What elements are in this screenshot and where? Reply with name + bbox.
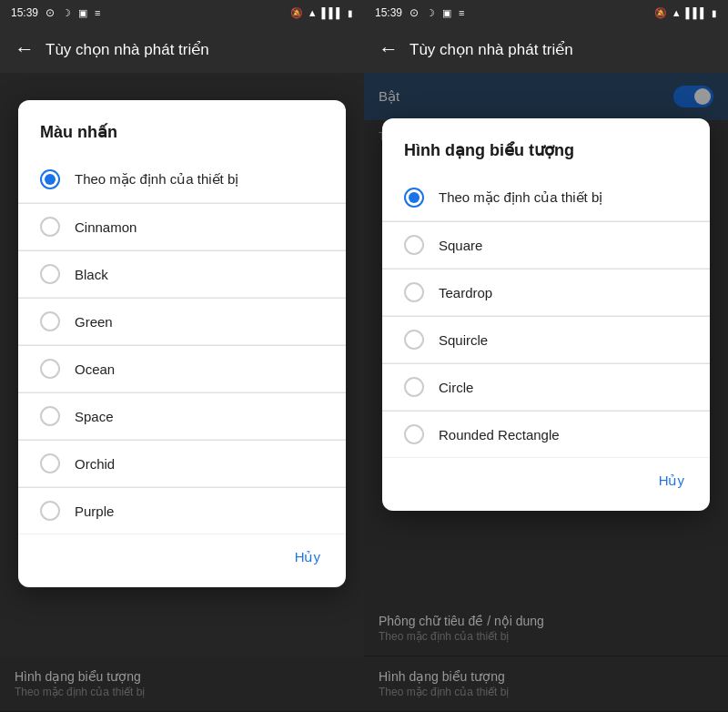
- label-default-right: Theo mặc định của thiết bị: [439, 189, 602, 206]
- accent-color-dialog: Màu nhấn Theo mặc định của thiết bị Cinn…: [18, 100, 346, 587]
- cancel-button-right[interactable]: Hủy: [648, 465, 695, 496]
- radio-inner-default-left: [45, 174, 56, 185]
- shape-option-teardrop[interactable]: Teardrop: [382, 270, 710, 316]
- battery-icon-right: ▮: [712, 8, 717, 18]
- label-square: Square: [439, 238, 482, 253]
- menu-icon-left: ≡: [95, 7, 100, 18]
- photo-icon-right: ▣: [442, 7, 451, 19]
- messenger-icon-left: ⊙: [46, 6, 55, 19]
- content-area-left: Màu nhấn Theo mặc định của thiết bị Cinn…: [0, 73, 364, 712]
- label-orchid: Orchid: [75, 456, 115, 472]
- color-option-green[interactable]: Green: [18, 299, 346, 345]
- icon-shape-dialog: Hình dạng biểu tượng Theo mặc định của t…: [382, 118, 710, 511]
- label-teardrop: Teardrop: [439, 285, 492, 300]
- dialog-footer-left: Hủy: [18, 534, 346, 580]
- time-left: 15:39: [11, 6, 38, 19]
- radio-teardrop: [404, 282, 424, 302]
- radio-squircle: [404, 330, 424, 350]
- label-ocean: Ocean: [75, 361, 115, 377]
- toolbar-title-right: Tùy chọn nhà phát triển: [410, 40, 713, 59]
- bell-icon-right: 🔕: [654, 7, 667, 19]
- radio-inner-default-right: [409, 192, 420, 203]
- radio-green: [40, 311, 60, 331]
- dialog-title-right: Hình dạng biểu tượng: [382, 140, 710, 175]
- left-phone-panel: 15:39 ⊙ ☽ ▣ ≡ 🔕 ▲ ▌▌▌ ▮ ← Tùy chọn nhà p…: [0, 0, 364, 712]
- shape-option-default[interactable]: Theo mặc định của thiết bị: [382, 175, 710, 221]
- dialog-title-left: Màu nhấn: [18, 122, 346, 157]
- back-button-right[interactable]: ←: [379, 39, 399, 59]
- shape-option-squircle[interactable]: Squircle: [382, 317, 710, 363]
- toolbar-left: ← Tùy chọn nhà phát triển: [0, 25, 364, 73]
- radio-default-right: [404, 188, 424, 208]
- menu-icon-right: ≡: [459, 7, 464, 18]
- dialog-footer-right: Hủy: [382, 458, 710, 503]
- messenger-icon-right: ⊙: [410, 6, 419, 19]
- radio-circle: [404, 377, 424, 397]
- shape-option-rounded-rect[interactable]: Rounded Rectangle: [382, 412, 710, 458]
- time-right: 15:39: [375, 6, 402, 19]
- color-option-cinnamon[interactable]: Cinnamon: [18, 204, 346, 250]
- bell-icon-left: 🔕: [290, 7, 303, 19]
- status-bar-right: 15:39 ⊙ ☽ ▣ ≡ 🔕 ▲ ▌▌▌ ▮: [364, 0, 728, 25]
- right-phone-panel: 15:39 ⊙ ☽ ▣ ≡ 🔕 ▲ ▌▌▌ ▮ ← Tùy chọn nhà p…: [364, 0, 728, 712]
- back-button-left[interactable]: ←: [15, 39, 35, 59]
- label-green: Green: [75, 314, 113, 330]
- radio-ocean: [40, 359, 60, 379]
- radio-square: [404, 235, 424, 255]
- label-rounded-rect: Rounded Rectangle: [439, 427, 560, 442]
- shape-option-circle[interactable]: Circle: [382, 364, 710, 411]
- radio-black: [40, 264, 60, 284]
- color-option-space[interactable]: Space: [18, 393, 346, 440]
- color-option-orchid[interactable]: Orchid: [18, 441, 346, 487]
- label-default-left: Theo mặc định của thiết bị: [75, 171, 238, 188]
- toolbar-right: ← Tùy chọn nhà phát triển: [364, 25, 728, 73]
- status-bar-left: 15:39 ⊙ ☽ ▣ ≡ 🔕 ▲ ▌▌▌ ▮: [0, 0, 364, 25]
- alert-icon-left: ☽: [62, 7, 71, 19]
- content-area-right: Bật Tự động điền Hình dạng biểu tượng Th…: [364, 73, 728, 712]
- radio-space: [40, 406, 60, 426]
- radio-purple: [40, 501, 60, 521]
- label-circle: Circle: [439, 380, 473, 395]
- photo-icon-left: ▣: [78, 7, 87, 19]
- radio-cinnamon: [40, 217, 60, 237]
- battery-icon-left: ▮: [348, 8, 353, 18]
- alert-icon-right: ☽: [426, 7, 435, 19]
- label-squircle: Squircle: [439, 332, 488, 348]
- radio-rounded-rect: [404, 424, 424, 444]
- color-option-black[interactable]: Black: [18, 251, 346, 298]
- color-option-default[interactable]: Theo mặc định của thiết bị: [18, 157, 346, 203]
- signal-icon-left: ▌▌▌: [322, 7, 343, 18]
- toolbar-title-left: Tùy chọn nhà phát triển: [46, 40, 349, 59]
- wifi-icon-right: ▲: [672, 7, 682, 18]
- label-black: Black: [75, 267, 108, 282]
- signal-icon-right: ▌▌▌: [686, 7, 707, 18]
- label-space: Space: [75, 409, 114, 424]
- radio-orchid: [40, 453, 60, 473]
- shape-option-square[interactable]: Square: [382, 222, 710, 269]
- color-option-ocean[interactable]: Ocean: [18, 346, 346, 392]
- label-purple: Purple: [75, 503, 114, 519]
- label-cinnamon: Cinnamon: [75, 219, 136, 235]
- wifi-icon-left: ▲: [308, 7, 318, 18]
- cancel-button-left[interactable]: Hủy: [284, 542, 331, 573]
- color-option-purple[interactable]: Purple: [18, 488, 346, 534]
- radio-default-left: [40, 169, 60, 189]
